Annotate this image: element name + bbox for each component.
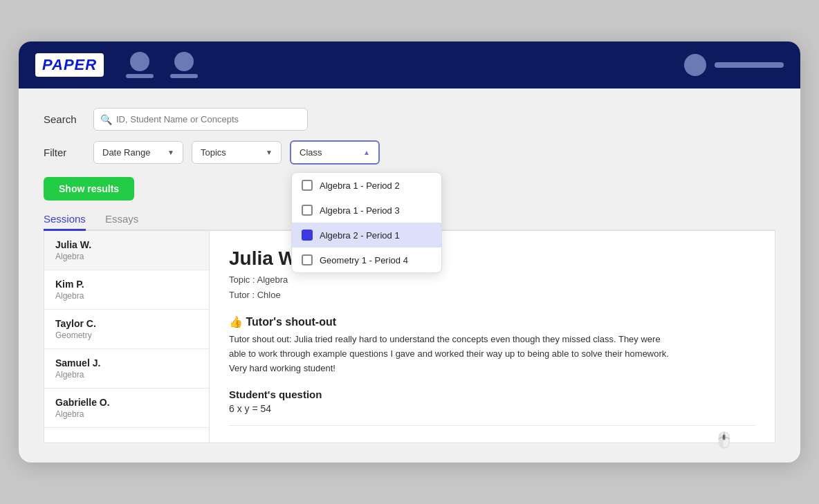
class-option-alg1p3-label: Algebra 1 - Period 3 [320, 205, 400, 216]
class-checkbox-geo1p4[interactable] [302, 254, 313, 265]
date-range-label: Date Range [102, 147, 162, 158]
student-name-gabrielle: Gabrielle O. [55, 397, 198, 408]
class-option-alg2p1-label: Algebra 2 - Period 1 [320, 230, 400, 241]
logo-text: PAPER [42, 56, 97, 74]
user-name-bar [715, 62, 784, 68]
filter-label: Filter [44, 147, 85, 158]
search-input[interactable] [93, 108, 308, 131]
nav-avatar-2 [174, 52, 194, 71]
search-label: Search [44, 113, 85, 125]
nav-avatar-1 [130, 52, 149, 71]
student-subject-taylor: Geometry [55, 330, 198, 340]
nav-bar-2 [170, 74, 198, 78]
header-nav [126, 52, 198, 78]
date-range-arrow-icon: ▼ [167, 149, 174, 156]
student-list: Julia W. Algebra Kim P. Algebra Taylor C… [44, 231, 210, 443]
student-item-samuel[interactable]: Samuel J. Algebra [44, 349, 209, 389]
shoutout-body: Tutor shout out: Julia tried really hard… [229, 333, 672, 375]
nav-bar-1 [126, 74, 154, 78]
student-item-gabrielle[interactable]: Gabrielle O. Algebra [44, 389, 209, 428]
student-item-taylor[interactable]: Taylor C. Geometry [44, 310, 209, 349]
search-row: Search 🔍 [44, 108, 775, 131]
tab-essays[interactable]: Essays [105, 213, 138, 230]
student-subject-kim: Algebra [55, 291, 198, 301]
class-option-alg1p3[interactable]: Algebra 1 - Period 3 [292, 198, 441, 223]
student-name-kim: Kim P. [55, 279, 198, 290]
search-icon: 🔍 [100, 114, 112, 125]
class-dropdown-menu: Algebra 1 - Period 2 Algebra 1 - Period … [291, 172, 442, 273]
topics-arrow-icon: ▼ [266, 149, 273, 156]
cursor-icon: 🖱️ [715, 431, 733, 449]
show-results-button[interactable]: Show results [44, 177, 134, 200]
filter-row: Filter Date Range ▼ Topics ▼ Class ▲ Alg… [44, 140, 775, 165]
detail-tutor: Tutor : Chloe [229, 288, 755, 303]
student-name-samuel: Samuel J. [55, 357, 198, 368]
class-checkbox-alg1p2[interactable] [302, 180, 313, 191]
class-checkbox-alg2p1[interactable] [302, 230, 313, 241]
header-right [684, 54, 784, 76]
search-input-wrap: 🔍 [93, 108, 308, 131]
student-item-julia[interactable]: Julia W. Algebra [44, 231, 209, 270]
student-item-kim[interactable]: Kim P. Algebra [44, 270, 209, 310]
class-option-alg1p2[interactable]: Algebra 1 - Period 2 [292, 173, 441, 198]
user-avatar[interactable] [684, 54, 706, 76]
detail-topic: Topic : Algebra [229, 272, 755, 288]
class-dropdown[interactable]: Class ▲ Algebra 1 - Period 2 Algebra 1 -… [290, 140, 380, 165]
class-option-geo1p4[interactable]: Geometry 1 - Period 4 [292, 248, 441, 272]
student-subject-julia: Algebra [55, 252, 198, 261]
date-range-dropdown[interactable]: Date Range ▼ [93, 141, 183, 164]
divider [229, 425, 755, 426]
main-content: Search 🔍 Filter Date Range ▼ Topics ▼ Cl… [19, 88, 800, 463]
nav-item-1[interactable] [126, 52, 154, 78]
question-title: Student's question [229, 389, 755, 400]
student-name-julia: Julia W. [55, 239, 198, 250]
student-name-taylor: Taylor C. [55, 318, 198, 329]
question-body: 6 x y = 54 [229, 403, 755, 414]
student-subject-samuel: Algebra [55, 370, 198, 380]
topics-label: Topics [201, 147, 260, 158]
class-option-alg2p1[interactable]: Algebra 2 - Period 1 [292, 223, 441, 248]
nav-item-2[interactable] [170, 52, 198, 78]
tab-sessions[interactable]: Sessions [44, 213, 86, 231]
class-label: Class [300, 147, 358, 158]
class-option-geo1p4-label: Geometry 1 - Period 4 [320, 255, 408, 265]
header: PAPER [19, 41, 800, 88]
logo[interactable]: PAPER [35, 53, 104, 77]
student-subject-gabrielle: Algebra [55, 409, 198, 419]
class-arrow-icon: ▲ [363, 149, 370, 156]
shoutout-title: 👍 Tutor's shout-out [229, 315, 755, 328]
class-option-alg1p2-label: Algebra 1 - Period 2 [320, 180, 400, 191]
topics-dropdown[interactable]: Topics ▼ [192, 141, 282, 164]
class-checkbox-alg1p3[interactable] [302, 205, 313, 216]
